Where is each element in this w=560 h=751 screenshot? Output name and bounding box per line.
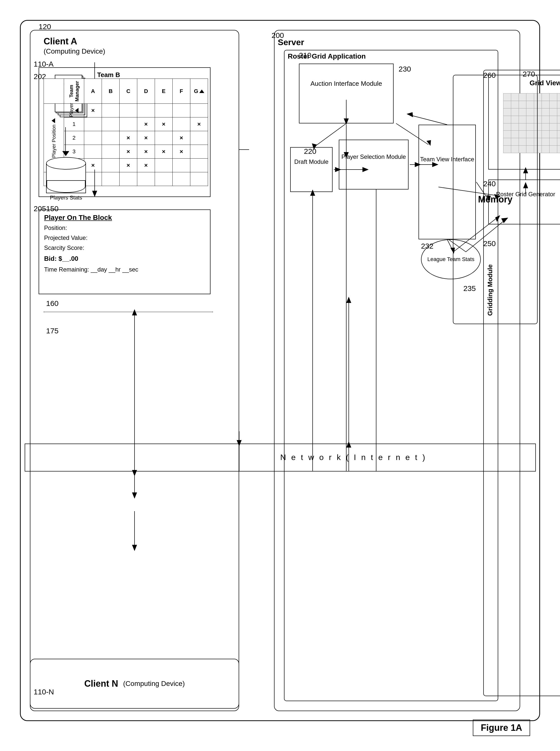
cell-1a: × xyxy=(91,107,95,114)
player-header: Player xyxy=(68,103,74,117)
player-position-header: Player Position xyxy=(51,124,57,158)
ref-160: 160 xyxy=(46,299,59,308)
client-n-box: Client N (Computing Device) xyxy=(30,659,239,709)
figure-label: Figure 1A xyxy=(473,719,530,736)
psm-label: Player Selection Module xyxy=(339,140,408,161)
client-n-sublabel: (Computing Device) xyxy=(123,680,185,688)
client-n-label: Client N xyxy=(84,678,118,689)
scarcity-score-line: Scarcity Score: xyxy=(39,243,210,253)
ref-110n: 110-N xyxy=(34,688,54,696)
aim-label: Auction Interface Module xyxy=(299,64,393,88)
ref-175: 175 xyxy=(46,327,59,335)
team-b-label: Team B xyxy=(97,71,120,79)
ref-110a: 110-A xyxy=(34,60,54,68)
aim-box: Auction Interface Module xyxy=(299,63,394,123)
page-container: Figure 1A N e t w o r k ( I n t e r n e … xyxy=(0,0,560,751)
position-line: Position: xyxy=(39,223,210,233)
time-line: Time Remaining: __day __hr __sec xyxy=(39,265,210,274)
client-a-sublabel: (Computing Device) xyxy=(44,47,105,55)
server-label: Server xyxy=(278,37,304,47)
memory-label: Memory xyxy=(478,194,513,205)
psm-box: Player Selection Module xyxy=(339,140,408,190)
player-block-box: Player On The Block Position: Projected … xyxy=(39,209,211,294)
team-manager-label: Team Manager xyxy=(68,81,79,101)
client-a-label: Client A xyxy=(44,36,77,46)
dotted-separator xyxy=(44,312,213,312)
dm-label: Draft Module xyxy=(291,148,332,166)
player-block-title: Player On The Block xyxy=(39,210,210,223)
projected-value-line: Projected Value: xyxy=(39,233,210,243)
memory-box: Memory xyxy=(453,75,538,324)
dm-box: Draft Module xyxy=(290,147,333,192)
ref-120: 120 xyxy=(39,22,51,31)
bid-line: Bid: $__.00 xyxy=(39,253,210,265)
rga-label: Roster Grid Application xyxy=(288,52,366,60)
ref-230: 230 xyxy=(399,65,411,73)
